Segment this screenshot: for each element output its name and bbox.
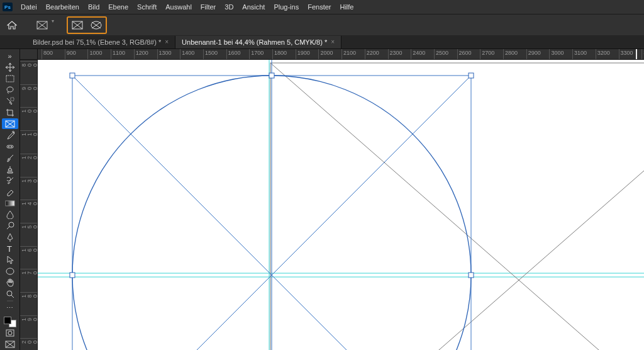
svg-rect-34 [270,63,644,350]
frame-rect-icon [72,21,83,30]
ruler-tick: 3100 [572,49,573,60]
eyedropper-tool[interactable] [2,130,18,140]
healing-tool[interactable] [2,141,18,152]
frame-tool[interactable] [2,118,18,129]
svg-rect-15 [7,145,13,148]
blur-tool[interactable] [2,209,18,220]
frame-rectangular-button[interactable] [69,18,86,32]
frame-circle-icon [91,21,102,30]
svg-point-23 [7,291,12,296]
ruler-tick: 1900 [296,49,296,60]
ruler-tick: 1500 [20,223,38,223]
menu-plug-ins[interactable]: Plug-ins [269,0,303,14]
ruler-tick: 1100 [111,49,111,60]
ruler-tick: 1000 [20,107,38,108]
fg-bg-swatch[interactable] [4,317,16,327]
frame-elliptical-button[interactable] [88,18,104,32]
ruler-tick: 1300 [20,177,38,178]
menu-schrift[interactable]: Schrift [133,0,161,14]
quick-select-tool[interactable] [2,96,18,106]
stamp-tool[interactable] [2,164,18,174]
ruler-tick: 1800 [20,292,38,293]
home-button[interactable] [4,18,20,32]
dodge-tool[interactable] [2,220,18,231]
eraser-tool[interactable] [2,186,18,197]
pen-tool[interactable] [2,232,18,242]
marquee-tool[interactable] [2,73,18,84]
lasso-tool[interactable] [2,84,18,95]
ruler-tick: 2600 [457,49,458,60]
app-badge: Ps [3,3,13,11]
svg-point-17 [11,146,12,147]
svg-point-16 [8,146,9,147]
gradient-tool[interactable] [2,198,18,208]
toolbox: » T ⋯ [0,49,20,350]
svg-rect-46 [469,273,474,278]
ruler-tick: 2400 [411,49,411,60]
ruler-vertical[interactable]: 8009001000110012001300140015001600170018… [20,60,38,350]
canvas[interactable] [38,60,644,350]
menu-ebene[interactable]: Ebene [104,0,133,14]
svg-point-22 [6,268,14,274]
ruler-tick: 1100 [20,130,38,131]
menu-3d[interactable]: 3D [220,0,238,14]
ruler-tick: 3300 [619,49,619,60]
edit-toolbar-button[interactable]: ⋯ [2,303,18,313]
document-tab[interactable]: Unbenannt-1 bei 44,4% (Rahmen 5, CMYK/8)… [175,36,341,48]
brush-tool[interactable] [2,152,18,163]
chevron-down-icon[interactable]: ▾ [52,18,54,32]
ruler-tick: 2800 [503,49,504,60]
selected-frame[interactable] [70,60,474,350]
close-icon[interactable]: × [165,36,169,48]
ruler-tick: 1500 [203,49,204,60]
svg-line-35 [270,63,644,350]
svg-line-36 [270,63,644,350]
ruler-tick: 3200 [596,49,596,60]
svg-rect-11 [11,98,14,101]
svg-rect-42 [70,73,75,78]
menu-datei[interactable]: Datei [16,0,42,14]
ruler-tick: 3000 [549,49,550,60]
ruler-tick: 800 [20,61,38,62]
ruler-tick: 2900 [526,49,527,60]
zoom-tool[interactable] [2,288,18,299]
ruler-tick: 3400 [641,49,642,60]
svg-rect-44 [469,73,474,78]
crop-tool[interactable] [2,107,18,118]
ruler-origin[interactable] [20,49,38,60]
ruler-tick: 1700 [20,269,38,269]
svg-text:T: T [7,245,12,252]
history-brush-tool[interactable] [2,175,18,186]
ruler-tick: 1200 [134,49,135,60]
menu-bearbeiten[interactable]: Bearbeiten [42,0,84,14]
ruler-tick: 2300 [388,49,389,60]
close-icon[interactable]: × [331,36,335,48]
svg-rect-9 [6,76,14,82]
ruler-tick: 1600 [226,49,227,60]
home-icon [7,21,17,30]
type-tool[interactable]: T [2,243,18,254]
ruler-tick: 1800 [272,49,273,60]
ruler-horizontal[interactable]: 8009001000110012001300140015001600170018… [38,49,644,60]
quickmask-button[interactable] [2,328,18,339]
document-tab[interactable]: Bilder.psd bei 75,1% (Ebene 3, RGB/8#) *… [26,36,175,48]
ruler-tick: 800 [42,49,42,60]
shape-tool[interactable] [2,266,18,276]
svg-point-27 [8,331,12,335]
menu-filter[interactable]: Filter [196,0,220,14]
frame-tool-indicator[interactable] [34,18,50,32]
menu-fenster[interactable]: Fenster [303,0,335,14]
move-tool[interactable] [2,62,18,72]
menu-hilfe[interactable]: Hilfe [335,0,358,14]
ruler-tick: 900 [20,84,38,85]
menu-ansicht[interactable]: Ansicht [238,0,269,14]
ruler-tick: 1000 [87,49,88,60]
hand-tool[interactable] [2,277,18,288]
menu-bild[interactable]: Bild [84,0,104,14]
ruler-tick: 2000 [318,49,319,60]
ruler-tick: 2500 [434,49,435,60]
screenmode-button[interactable] [2,339,18,350]
path-select-tool[interactable] [2,254,18,265]
expand-toolbox-button[interactable]: » [2,50,18,61]
menu-auswahl[interactable]: Auswahl [161,0,196,14]
